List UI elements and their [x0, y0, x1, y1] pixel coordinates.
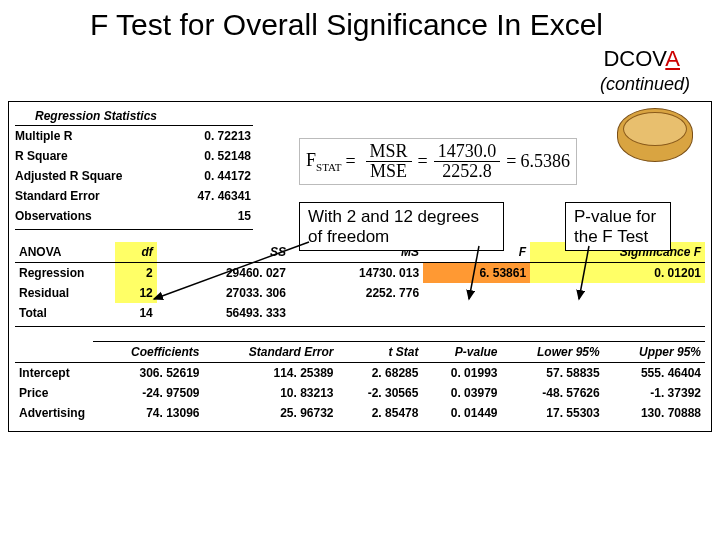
stat-label: Standard Error — [15, 189, 100, 203]
content-box: Regression Statistics Multiple R0. 72213… — [8, 101, 712, 432]
stat-value: 0. 44172 — [204, 169, 251, 183]
dcova-a: A — [665, 46, 680, 71]
stat-value: 47. 46341 — [198, 189, 251, 203]
coefficients-table: Coefficients Standard Error t Stat P-val… — [15, 341, 705, 423]
table-row: Advertising 74. 1309625. 967322. 854780.… — [15, 403, 705, 423]
regression-statistics: Regression Statistics Multiple R0. 72213… — [15, 108, 253, 230]
dcova-tag: DCOVA — [603, 46, 680, 72]
col-header: df — [115, 242, 157, 263]
formula-den: MSE — [366, 162, 411, 181]
stat-label: R Square — [15, 149, 68, 163]
page-title: F Test for Overall Significance In Excel — [90, 8, 603, 43]
pie-image — [617, 108, 693, 162]
table-row: Total 14 56493. 333 — [15, 303, 705, 327]
col-header: t Stat — [338, 342, 423, 363]
table-row: R Square0. 52148 — [15, 146, 253, 166]
table-row: Intercept 306. 52619114. 253892. 682850.… — [15, 363, 705, 384]
col-header: P-value — [422, 342, 501, 363]
table-row: Residual 12 27033. 306 2252. 776 — [15, 283, 705, 303]
continued-label: (continued) — [0, 74, 720, 95]
anova-title: ANOVA — [15, 242, 115, 263]
formula-num: MSR — [366, 142, 412, 162]
stat-label: Adjusted R Square — [15, 169, 122, 183]
col-header — [15, 342, 93, 363]
formula-lhs: FSTAT — [306, 150, 341, 173]
stat-value: 15 — [238, 209, 251, 223]
col-header: Coefficients — [93, 342, 204, 363]
stat-label: Observations — [15, 209, 92, 223]
table-row: Multiple R0. 72213 — [15, 126, 253, 146]
formula-den: 2252.8 — [438, 162, 496, 181]
f-stat-formula: FSTAT = MSRMSE = 14730.02252.8 = 6.5386 — [299, 138, 577, 185]
anova-table: ANOVA df SS MS F Significance F Regressi… — [15, 242, 705, 327]
table-row: Price -24. 9750910. 83213-2. 305650. 039… — [15, 383, 705, 403]
col-header: Standard Error — [204, 342, 338, 363]
stat-value: 0. 52148 — [204, 149, 251, 163]
col-header: Lower 95% — [502, 342, 604, 363]
col-header: Upper 95% — [604, 342, 705, 363]
stat-value: 0. 72213 — [204, 129, 251, 143]
regstats-heading: Regression Statistics — [15, 108, 253, 126]
df-callout: With 2 and 12 degrees of freedom — [299, 202, 504, 251]
dcova-prefix: DCOV — [603, 46, 665, 71]
table-row: Regression 2 29460. 027 14730. 013 6. 53… — [15, 263, 705, 284]
table-row: Observations15 — [15, 206, 253, 230]
formula-num: 14730.0 — [434, 142, 501, 162]
table-row: Standard Error47. 46341 — [15, 186, 253, 206]
stat-label: Multiple R — [15, 129, 72, 143]
col-header: SS — [157, 242, 290, 263]
table-row: Adjusted R Square0. 44172 — [15, 166, 253, 186]
pvalue-callout: P-value for the F Test — [565, 202, 671, 251]
formula-result: 6.5386 — [520, 151, 570, 172]
